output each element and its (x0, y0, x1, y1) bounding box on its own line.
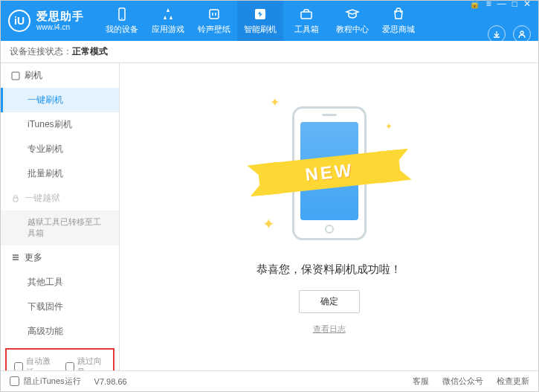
status-bar: 设备连接状态： 正常模式 (1, 41, 538, 63)
ringtone-icon (207, 7, 222, 22)
sparkle-icon: ✦ (270, 95, 280, 109)
nav-label: 智能刷机 (244, 24, 277, 35)
status-label: 设备连接状态： (10, 45, 72, 58)
skip-guide-checkbox[interactable]: 跳过向导 (65, 356, 106, 370)
nav-apps[interactable]: 应用游戏 (145, 1, 191, 41)
view-log-link[interactable]: 查看日志 (313, 324, 346, 335)
flash-section-icon (11, 71, 20, 80)
sidebar-section-flash[interactable]: 刷机 (1, 63, 119, 88)
sidebar-item-itunes-flash[interactable]: iTunes刷机 (1, 112, 119, 137)
footer-link-update[interactable]: 检查更新 (497, 376, 529, 387)
nav-flash[interactable]: 智能刷机 (237, 1, 283, 41)
footer-link-support[interactable]: 客服 (413, 376, 429, 387)
version-label: V7.98.66 (94, 377, 127, 386)
svg-rect-6 (12, 72, 19, 80)
sidebar-item-other-tools[interactable]: 其他工具 (1, 270, 119, 295)
svg-rect-4 (301, 12, 312, 19)
flash-icon (253, 7, 268, 22)
apps-icon (161, 7, 175, 22)
footer: 阻止iTunes运行 V7.98.66 客服 微信公众号 检查更新 (1, 370, 538, 391)
nav-label: 我的设备 (106, 24, 138, 35)
close-icon[interactable]: ✕ (523, 0, 531, 9)
maximize-icon[interactable]: □ (512, 0, 517, 9)
sidebar-section-more[interactable]: 更多 (1, 245, 119, 270)
sparkle-icon: ✦ (262, 215, 275, 233)
device-icon (114, 7, 129, 22)
status-value: 正常模式 (72, 45, 108, 58)
tutorial-icon (345, 7, 360, 22)
svg-point-5 (520, 31, 523, 34)
section-label: 更多 (25, 251, 42, 264)
minimize-icon[interactable]: — (497, 0, 506, 9)
main-nav: 我的设备 应用游戏 铃声壁纸 智能刷机 工具箱 教程中心 (99, 1, 422, 41)
svg-rect-7 (13, 198, 18, 202)
nav-my-device[interactable]: 我的设备 (99, 1, 145, 41)
nav-toolbox[interactable]: 工具箱 (283, 1, 329, 41)
section-label: 一键越狱 (25, 192, 60, 205)
section-label: 刷机 (25, 69, 42, 82)
sidebar-item-advanced[interactable]: 高级功能 (1, 319, 119, 344)
block-itunes-input[interactable] (10, 376, 19, 386)
nav-label: 应用游戏 (152, 24, 184, 35)
nav-label: 爱思商城 (382, 24, 415, 35)
auto-activate-input[interactable] (14, 362, 23, 370)
toolbox-icon (299, 7, 314, 22)
bottom-checkbox-row: 自动激活 跳过向导 (5, 348, 114, 370)
lock-icon[interactable]: 🔒 (469, 0, 480, 9)
success-message: 恭喜您，保资料刷机成功啦！ (256, 263, 401, 277)
skip-guide-input[interactable] (65, 362, 74, 370)
sidebar-item-batch-flash[interactable]: 批量刷机 (1, 161, 119, 186)
menu-icon[interactable]: ≡ (486, 0, 491, 9)
nav-ringtone[interactable]: 铃声壁纸 (191, 1, 237, 41)
titlebar: iU 爱思助手 www.i4.cn 我的设备 应用游戏 铃声壁纸 智能刷机 (1, 1, 538, 41)
sparkle-icon: ✦ (385, 121, 393, 132)
nav-label: 教程中心 (336, 24, 369, 35)
sidebar-item-download-firmware[interactable]: 下载固件 (1, 295, 119, 319)
jailbreak-info: 越狱工具已转移至工具箱 (1, 211, 119, 245)
app-name: 爱思助手 (36, 10, 84, 23)
auto-activate-checkbox[interactable]: 自动激活 (14, 356, 55, 370)
nav-label: 铃声壁纸 (198, 24, 230, 35)
more-section-icon (11, 253, 20, 262)
lock-icon (11, 194, 20, 203)
logo-icon: iU (8, 10, 30, 32)
svg-rect-2 (210, 10, 219, 19)
sidebar-section-jailbreak[interactable]: 一键越狱 (1, 186, 119, 211)
app-url: www.i4.cn (36, 23, 84, 31)
logo: iU 爱思助手 www.i4.cn (8, 10, 84, 32)
footer-link-wechat[interactable]: 微信公众号 (442, 376, 483, 387)
nav-store[interactable]: 爱思商城 (375, 1, 422, 41)
nav-label: 工具箱 (294, 24, 319, 35)
sidebar-item-pro-flash[interactable]: 专业刷机 (1, 137, 119, 161)
block-itunes-checkbox[interactable]: 阻止iTunes运行 (10, 376, 81, 387)
ok-button[interactable]: 确定 (299, 290, 360, 313)
svg-point-1 (121, 18, 123, 19)
main-content: ✦ ✦ ✦ NEW 恭喜您，保资料刷机成功啦！ 确定 查看日志 (120, 63, 538, 370)
store-icon (391, 7, 406, 22)
sidebar: 刷机 一键刷机 iTunes刷机 专业刷机 批量刷机 一键越狱 越狱工具已转移至… (1, 63, 120, 370)
nav-tutorial[interactable]: 教程中心 (329, 1, 375, 41)
sidebar-item-oneclick-flash[interactable]: 一键刷机 (1, 88, 119, 112)
success-illustration: ✦ ✦ ✦ NEW (281, 99, 378, 248)
window-controls: 🔒 ≡ — □ ✕ (469, 0, 531, 9)
